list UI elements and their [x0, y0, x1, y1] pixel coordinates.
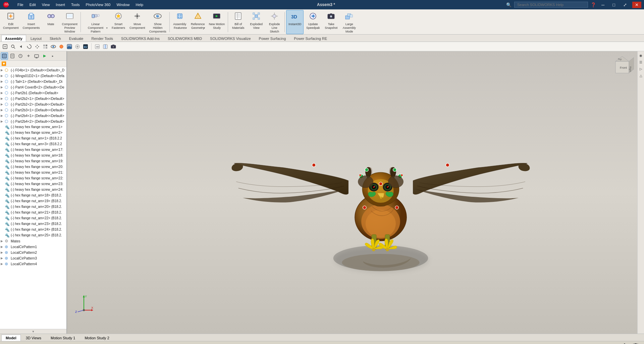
ft-btn-expand[interactable]: ▸: [49, 52, 56, 60]
tool-component-preview[interactable]: ComponentPreviewWindow: [60, 10, 79, 34]
ft-item-2[interactable]: ▶ ⬡ (-) Tail<1> (Default<<Default>_Di: [0, 78, 66, 84]
ft-btn-display-manager[interactable]: [33, 52, 40, 60]
ft-item-19[interactable]: 🔩 (-) heavy hex flange screw_am<22:: [0, 175, 66, 181]
ft-item-17[interactable]: 🔩 (-) heavy hex flange screw_am<20:: [0, 164, 66, 170]
tab-assembly[interactable]: Assembly: [1, 35, 26, 42]
window-restore[interactable]: □: [610, 2, 618, 8]
ft-item-11[interactable]: 🔩 (-) heavy hex flange screw_am<2>: [0, 130, 66, 135]
sub-hide-show[interactable]: [50, 43, 57, 50]
ft-btn-feature-manager[interactable]: [1, 52, 8, 60]
tab-render-tools[interactable]: Render Tools: [88, 35, 117, 42]
sub-view-orientation[interactable]: 3D: [94, 43, 101, 50]
rp-btn-2[interactable]: ☰: [638, 59, 644, 65]
ft-item-4[interactable]: ▶ ⬡ (-) Part2b1 (Default<<Default>: [0, 90, 66, 96]
rp-btn-4[interactable]: △: [638, 73, 644, 78]
ft-item-26[interactable]: 🔩 (-) hex flange nut_am<22> (B18.2.: [0, 215, 66, 221]
menu-help[interactable]: Help: [133, 2, 146, 7]
ft-item-0[interactable]: ▶ ⬡ (-) F04b<1> (Default<<Default>_D: [0, 67, 66, 73]
ft-item-13[interactable]: 🔩 (-) hex flange nut_am<3> (B18.2.2: [0, 141, 66, 147]
ft-item-29[interactable]: 🔩 (-) hex flange nut_am<25> (B18.2.: [0, 232, 66, 238]
sub-previous-view[interactable]: [17, 43, 25, 50]
assembly-features-dropdown[interactable]: ▼: [185, 27, 187, 29]
ft-scroll-bottom[interactable]: ▼: [0, 329, 66, 334]
ft-item-15[interactable]: 🔩 (-) heavy hex flange screw_am<18:: [0, 153, 66, 158]
ft-item-33[interactable]: ▶ ⊛ LocalCirPattern3: [0, 255, 66, 261]
window-minimize[interactable]: ─: [599, 2, 607, 8]
ft-btn-config-manager[interactable]: [17, 52, 24, 60]
sub-realview[interactable]: RV: [82, 43, 89, 50]
help-icon[interactable]: ❓: [591, 2, 596, 7]
search-input[interactable]: [514, 2, 588, 8]
ft-item-7[interactable]: ▶ ⬡ (-) Part2b3<1> (Default<<Default>: [0, 107, 66, 113]
ft-item-30[interactable]: ▶ ⚙ Mates: [0, 238, 66, 244]
ft-item-20[interactable]: 🔩 (-) heavy hex flange screw_am<23:: [0, 181, 66, 187]
sub-zoom-area[interactable]: [9, 43, 17, 50]
tool-move-component[interactable]: MoveComponent: [128, 10, 147, 34]
tool-show-hidden[interactable]: ShowHiddenComponents: [148, 10, 168, 34]
sub-pan[interactable]: [34, 43, 41, 50]
tool-edit-component[interactable]: EditComponent: [1, 10, 20, 34]
ft-item-31[interactable]: ▶ ⊛ LocalCirPattern1: [0, 244, 66, 249]
menu-edit[interactable]: Edit: [27, 2, 39, 7]
tool-exploded-view[interactable]: ExplodedView: [248, 10, 265, 34]
ft-item-25[interactable]: 🔩 (-) hex flange nut_am<21> (B18.2.: [0, 210, 66, 215]
menu-window[interactable]: Window: [114, 2, 132, 7]
rp-btn-3[interactable]: ▷: [638, 66, 644, 71]
view-cube[interactable]: Front Top Right: [610, 55, 634, 78]
sub-zoom-to-fit[interactable]: [1, 43, 9, 50]
ft-btn-property-manager[interactable]: [9, 52, 16, 60]
ft-item-3[interactable]: ▶ ⬡ (-) Part4 CoverB<2> (Default<<De: [0, 84, 66, 90]
reference-geometry-dropdown[interactable]: ▼: [203, 27, 206, 29]
tab-sketch[interactable]: Sketch: [46, 35, 65, 42]
ft-item-5[interactable]: ▶ ⬡ (-) Part2b2<1> (Default<<Default>: [0, 96, 66, 101]
sub-camera[interactable]: [110, 43, 117, 50]
tab-layout[interactable]: Layout: [27, 35, 45, 42]
ft-item-12[interactable]: 🔩 (-) hex flange nut_am<1> (B18.2.2: [0, 135, 66, 141]
ft-item-1[interactable]: ▶ ⬡ (-) Wings01D2<1> (Default<<Defa: [0, 73, 66, 78]
ft-item-14[interactable]: 🔩 (-) heavy hex flange screw_am<17:: [0, 147, 66, 153]
sub-scene-bg[interactable]: [66, 43, 73, 50]
sub-view-settings[interactable]: [74, 43, 81, 50]
bottom-tab-model[interactable]: Model: [1, 335, 21, 341]
status-mic[interactable]: [622, 343, 627, 344]
menu-view[interactable]: View: [39, 2, 53, 7]
ft-item-22[interactable]: 🔩 (-) hex flange nut_am<18> (B18.2.: [0, 192, 66, 198]
sub-display-style[interactable]: [42, 43, 49, 50]
ft-item-16[interactable]: 🔩 (-) heavy hex flange screw_am<19:: [0, 158, 66, 164]
menu-photoview[interactable]: PhotoView 360: [83, 2, 113, 7]
tab-solidworks-mbd[interactable]: SOLIDWORKS MBD: [164, 35, 206, 42]
bottom-tab-3dviews[interactable]: 3D Views: [21, 335, 46, 341]
ft-item-10[interactable]: 🔩 (-) heavy hex flange screw_am<1>: [0, 124, 66, 130]
menu-insert[interactable]: Insert: [53, 2, 68, 7]
bottom-tab-motion1[interactable]: Motion Study 1: [46, 335, 79, 341]
3d-viewport[interactable]: Y X Z Front Top Right: [67, 51, 637, 334]
menu-bar[interactable]: File Edit View Insert Tools PhotoView 36…: [15, 2, 146, 7]
ft-item-24[interactable]: 🔩 (-) hex flange nut_am<20> (B18.2.: [0, 204, 66, 210]
ft-item-18[interactable]: 🔩 (-) heavy hex flange screw_am<21:: [0, 170, 66, 175]
ft-btn-dim-xpert[interactable]: ✛: [25, 52, 32, 60]
tab-solidworks-visualize[interactable]: SOLIDWORKS Visualize: [206, 35, 254, 42]
tab-power-surfacing[interactable]: Power Surfacing: [255, 35, 290, 42]
window-close[interactable]: ✕: [632, 2, 641, 8]
tool-take-snapshot[interactable]: TakeSnapshot: [322, 10, 340, 34]
tool-explode-line-sketch[interactable]: ExplodeLineSketch: [266, 10, 283, 34]
status-camera[interactable]: [633, 343, 639, 344]
menu-tools[interactable]: Tools: [68, 2, 83, 7]
tool-reference-geometry[interactable]: ReferenceGeometry ▼: [189, 10, 207, 34]
ft-item-8[interactable]: ▶ ⬡ (-) Part2b4<1> (Default<<Default>: [0, 113, 66, 118]
ft-item-6[interactable]: ▶ ⬡ (-) Part2b2<2> (Default<<Default>: [0, 101, 66, 107]
tool-bill-of-materials[interactable]: Bill ofMaterials: [229, 10, 247, 34]
menu-file[interactable]: File: [15, 2, 26, 7]
rp-btn-1[interactable]: ◉: [638, 53, 644, 58]
tool-insert-components[interactable]: InsertComponents: [21, 10, 42, 34]
ft-item-27[interactable]: 🔩 (-) hex flange nut_am<23> (B18.2.: [0, 221, 66, 227]
tab-power-surfacing-re[interactable]: Power Surfacing RE: [290, 35, 331, 42]
sub-section-view[interactable]: [102, 43, 109, 50]
ft-btn-play[interactable]: ▶: [41, 52, 48, 60]
tool-large-assembly-mode[interactable]: LargeAssemblyMode: [340, 10, 358, 34]
window-maximize[interactable]: ⤢: [621, 2, 630, 8]
ft-item-28[interactable]: 🔩 (-) hex flange nut_am<24> (B18.2.: [0, 227, 66, 232]
tool-mate[interactable]: Mate: [42, 10, 60, 34]
bottom-tab-motion2[interactable]: Motion Study 2: [80, 335, 113, 341]
tab-evaluate[interactable]: Evaluate: [65, 35, 87, 42]
